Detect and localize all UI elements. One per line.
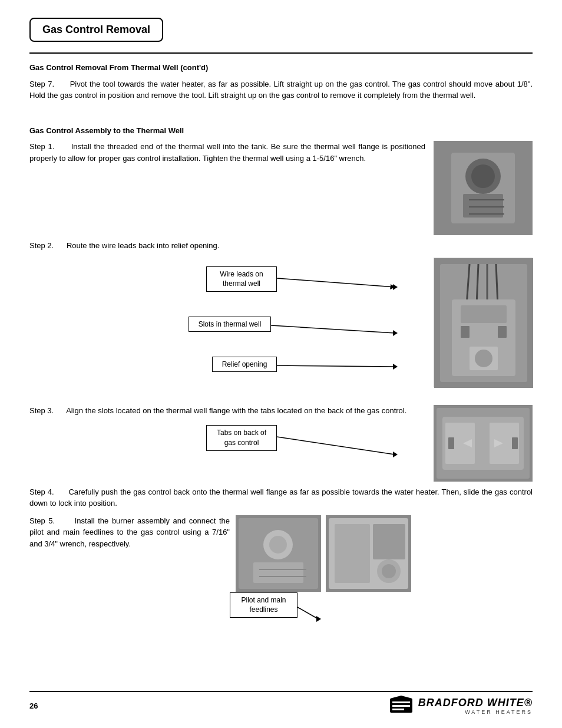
- section1-heading: Gas Control Removal From Thermal Well (c…: [29, 62, 533, 74]
- callout-tabs: Tabs on back of gas control: [206, 425, 277, 451]
- svg-point-19: [475, 350, 492, 367]
- brand-logo: BRADFORD WHITE® WATER HEATERS: [390, 696, 533, 716]
- step5-label: Step 5.: [29, 516, 55, 525]
- footer: 26 BRADFORD WHITE® WATER HEATERS: [0, 691, 562, 716]
- footer-divider: [29, 691, 533, 692]
- step7-text: Step 7. Pivot the tool towards the water…: [29, 78, 533, 101]
- svg-rect-48: [373, 524, 405, 559]
- step3-callout-area: Tabs on back of gas control: [29, 422, 533, 469]
- section-removal-contd: Gas Control Removal From Thermal Well (c…: [29, 62, 533, 101]
- title-divider: [29, 52, 533, 54]
- svg-rect-17: [498, 326, 507, 338]
- svg-line-51: [297, 607, 318, 619]
- step2-text: Step 2. Route the wire leads back into r…: [29, 240, 533, 252]
- step5-image-left: [236, 515, 321, 592]
- svg-line-21: [271, 325, 395, 333]
- step5-area: Step 5. Install the burner assembly and …: [29, 515, 533, 637]
- step7-body: Pivot the tool towards the water heater,…: [29, 80, 533, 100]
- step2-body: Route the wire leads back into relief op…: [67, 241, 219, 250]
- svg-point-50: [382, 564, 396, 578]
- step1-label: Step 1.: [29, 142, 54, 151]
- step4-body: Carefully push the gas control back onto…: [29, 487, 533, 508]
- svg-rect-56: [392, 705, 410, 707]
- section2-heading: Gas Control Assembly to the Thermal Well: [29, 125, 533, 137]
- brand-name: BRADFORD WHITE®: [418, 697, 533, 709]
- svg-marker-25: [393, 284, 398, 290]
- step5-callout-area: Pilot and main feedlines: [29, 589, 533, 637]
- step3-body: Align the slots located on the thermal w…: [66, 406, 406, 415]
- svg-rect-42: [253, 562, 303, 583]
- step1-img-content: [434, 141, 533, 235]
- svg-marker-37: [393, 452, 398, 457]
- step4-area: Step 4. Carefully push the gas control b…: [29, 486, 533, 509]
- page-number: 26: [29, 701, 38, 710]
- brand-icon: [390, 696, 414, 716]
- svg-line-36: [277, 437, 395, 454]
- step2-label: Step 2.: [29, 241, 54, 250]
- title-box: Gas Control Removal: [29, 18, 163, 42]
- callout-slots: Slots in thermal well: [189, 317, 271, 332]
- svg-marker-54: [390, 696, 412, 699]
- svg-rect-55: [392, 701, 410, 703]
- step1-image: [434, 141, 533, 235]
- page-title: Gas Control Removal: [42, 24, 150, 36]
- svg-rect-47: [335, 524, 370, 583]
- section-assembly: Gas Control Assembly to the Thermal Well: [29, 125, 533, 637]
- step2-image: [434, 258, 533, 387]
- step5-image-right: [326, 515, 411, 592]
- footer-content: 26 BRADFORD WHITE® WATER HEATERS: [29, 696, 533, 716]
- step5-body: Install the burner assembly and connect …: [29, 516, 230, 548]
- svg-point-41: [269, 536, 287, 554]
- svg-marker-22: [393, 330, 398, 336]
- svg-line-20: [277, 278, 395, 287]
- step2-area: Step 2. Route the wire leads back into r…: [29, 240, 533, 399]
- step5-images-container: [236, 515, 411, 592]
- svg-marker-24: [393, 364, 398, 370]
- page: Gas Control Removal Gas Control Removal …: [0, 0, 562, 728]
- step2-diagram: Wire leads on thermal well Slots in ther…: [29, 258, 533, 399]
- svg-marker-52: [316, 616, 321, 622]
- svg-line-23: [277, 365, 395, 367]
- step5-inline-layout: Step 5. Install the burner assembly and …: [29, 515, 533, 592]
- step3-label: Step 3.: [29, 406, 54, 415]
- step4-text: Step 4. Carefully push the gas control b…: [29, 486, 533, 509]
- callout-pilot-main: Pilot and main feedlines: [230, 592, 297, 618]
- step1-body: Install the threaded end of the thermal …: [29, 142, 425, 163]
- brand-sub: WATER HEATERS: [418, 709, 533, 715]
- step3-area: Step 3. Align the slots located on the t…: [29, 405, 533, 470]
- svg-point-3: [471, 164, 495, 188]
- callout-wire-leads: Wire leads on thermal well: [206, 266, 277, 292]
- step7-label: Step 7.: [29, 80, 54, 88]
- callout-relief: Relief opening: [212, 357, 277, 373]
- step1-area: Step 1. Install the threaded end of the …: [29, 141, 533, 240]
- svg-rect-16: [461, 326, 470, 338]
- step5-text-block: Step 5. Install the burner assembly and …: [29, 515, 230, 556]
- step5-text: Step 5. Install the burner assembly and …: [29, 515, 230, 550]
- step4-label: Step 4.: [29, 487, 54, 496]
- svg-rect-57: [392, 709, 404, 710]
- step3-arrows: [29, 422, 533, 469]
- svg-rect-15: [461, 305, 507, 323]
